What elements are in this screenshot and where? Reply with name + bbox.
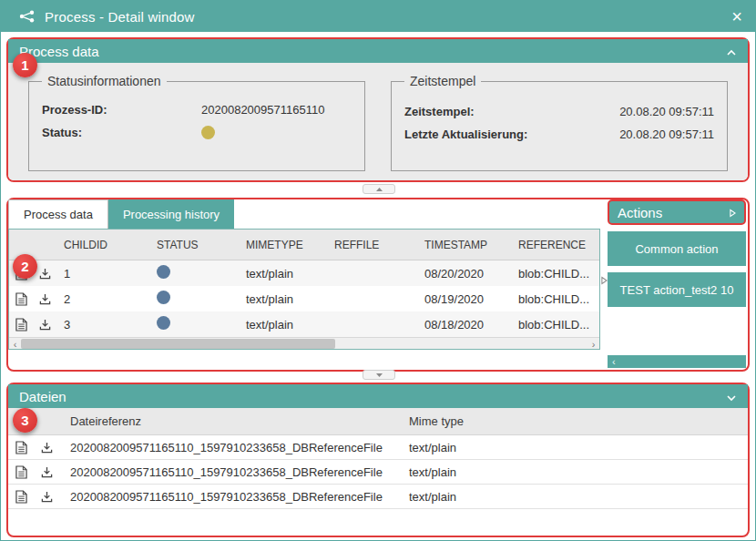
zeitstempel-value: 20.08.20 09:57:11: [619, 105, 714, 118]
tab-process-data[interactable]: Process data: [8, 199, 108, 229]
actions-panel-header[interactable]: Actions: [608, 199, 746, 225]
download-icon[interactable]: [34, 491, 59, 503]
process-data-panel-header[interactable]: Process data: [8, 39, 748, 63]
download-icon[interactable]: [34, 442, 59, 454]
cell-mimetype: text/plain: [239, 267, 327, 281]
status-indicator-yellow: [201, 126, 215, 139]
file-mime-type: text/plain: [398, 465, 748, 479]
file-mime-type: text/plain: [398, 490, 748, 504]
tab-bar: Process data Processing history: [8, 199, 234, 229]
cell-mimetype: text/plain: [239, 318, 327, 332]
child-table-row[interactable]: 3 text/plain 08/18/2020 blob:CHILD...: [9, 311, 599, 337]
status-indicator-blue: [157, 316, 170, 330]
files-table-header: Dateireferenz Mime type: [8, 408, 748, 435]
tab-processing-history[interactable]: Processing history: [108, 199, 234, 229]
col-childid: CHILDID: [56, 239, 149, 251]
letzte-aktualisierung-label: Letzte Aktualisierung:: [404, 128, 527, 141]
cell-childid: 2: [56, 292, 149, 306]
actions-panel: Actions Common action TEST action_test2 …: [608, 199, 746, 368]
cell-timestamp: 08/19/2020: [417, 292, 511, 306]
cell-status: [149, 291, 239, 307]
file-reference: 2020082009571165110_1597910233658_DBRefe…: [59, 490, 398, 504]
child-table: CHILDID STATUS MIMETYPE REFFILE TIMESTAM…: [8, 229, 600, 350]
col-mimetype: MIMETYPE: [239, 239, 327, 251]
col-reffile: REFFILE: [327, 239, 417, 251]
document-icon[interactable]: [8, 465, 34, 479]
cell-timestamp: 08/18/2020: [417, 318, 511, 332]
test-action-button[interactable]: TEST action_test2 10: [608, 272, 746, 307]
col-dateireferenz: Dateireferenz: [59, 414, 398, 428]
annotation-badge-2: 2: [13, 254, 37, 279]
status-info-fieldset: Statusinformationen Prozess-ID: 20200820…: [28, 74, 365, 171]
actions-panel-title: Actions: [618, 205, 662, 220]
process-icon: [19, 10, 36, 23]
common-action-button[interactable]: Common action: [608, 231, 746, 266]
zeitstempel-label: Zeitstempel:: [404, 105, 475, 118]
file-mime-type: text/plain: [398, 441, 748, 454]
letzte-aktualisierung-value: 20.08.20 09:57:11: [619, 128, 714, 141]
cell-timestamp: 08/20/2020: [417, 267, 511, 281]
prozess-id-value: 2020082009571165110: [201, 103, 352, 117]
file-reference: 2020082009571165110_1597910233658_DBRefe…: [59, 465, 398, 479]
file-row[interactable]: 2020082009571165110_1597910233658_DBRefe…: [8, 485, 748, 509]
collapse-up-icon[interactable]: [726, 44, 737, 59]
col-reference: REFERENCE: [511, 239, 599, 251]
process-data-panel-body: Statusinformationen Prozess-ID: 20200820…: [8, 63, 748, 180]
cell-reference: blob:CHILD...: [511, 318, 599, 332]
cell-status: [149, 265, 239, 281]
files-panel-header[interactable]: Dateien: [8, 384, 748, 408]
file-reference: 2020082009571165110_1597910233658_DBRefe…: [59, 441, 398, 454]
splitter-collapse-up-handle[interactable]: [363, 184, 395, 194]
window-title: Process - Detail window: [45, 9, 195, 25]
file-row[interactable]: 2020082009571165110_1597910233658_DBRefe…: [8, 435, 748, 460]
cell-reference: blob:CHILD...: [511, 267, 599, 281]
download-icon[interactable]: [33, 293, 56, 305]
status-indicator-blue: [157, 291, 170, 304]
cell-mimetype: text/plain: [239, 292, 327, 306]
status-info-legend: Statusinformationen: [42, 74, 167, 88]
cell-status: [149, 316, 239, 332]
child-table-row[interactable]: 2 text/plain 08/19/2020 blob:CHILD...: [9, 286, 599, 311]
download-icon[interactable]: [34, 466, 59, 478]
splitter-collapse-down-handle[interactable]: [363, 370, 395, 380]
timestamp-legend: Zeitstempel: [404, 74, 481, 88]
document-icon[interactable]: [9, 292, 33, 306]
cell-childid: 1: [56, 267, 149, 281]
cell-childid: 3: [56, 318, 149, 332]
horizontal-scrollbar[interactable]: ‹ ›: [9, 337, 599, 349]
close-icon[interactable]: ×: [731, 7, 742, 26]
status-indicator-blue: [157, 265, 170, 279]
prozess-id-label: Prozess-ID:: [42, 103, 201, 117]
child-data-section: Process data Processing history CHILDID …: [6, 198, 750, 372]
document-icon[interactable]: [9, 318, 33, 332]
status-label: Status:: [42, 126, 201, 139]
child-table-row[interactable]: 1 text/plain 08/20/2020 blob:CHILD...: [9, 260, 599, 286]
annotation-badge-1: 1: [13, 53, 37, 77]
collapse-down-icon[interactable]: [726, 389, 737, 404]
files-panel: Dateien Dateireferenz Mime type 20200820…: [6, 383, 750, 537]
process-detail-window: Process - Detail window × Process data S…: [0, 0, 756, 541]
scrollbar-thumb[interactable]: [21, 339, 335, 349]
document-icon[interactable]: [8, 441, 34, 454]
scroll-left-icon[interactable]: ‹: [612, 356, 616, 367]
col-timestamp: TIMESTAMP: [417, 239, 511, 251]
cell-reference: blob:CHILD...: [511, 292, 599, 306]
document-icon[interactable]: [8, 490, 34, 504]
col-mime-type: Mime type: [398, 414, 748, 428]
child-table-header: CHILDID STATUS MIMETYPE REFFILE TIMESTAM…: [9, 230, 599, 260]
annotation-badge-3: 3: [13, 408, 37, 433]
timestamp-fieldset: Zeitstempel Zeitstempel: 20.08.20 09:57:…: [391, 74, 728, 171]
file-row[interactable]: 2020082009571165110_1597910233658_DBRefe…: [8, 460, 748, 485]
download-icon[interactable]: [33, 319, 56, 331]
triangle-right-icon[interactable]: [730, 205, 736, 220]
actions-scrollbar[interactable]: ‹: [608, 355, 746, 368]
col-status: STATUS: [149, 239, 239, 251]
scroll-left-icon[interactable]: ‹: [9, 338, 21, 350]
scroll-right-icon[interactable]: ›: [587, 338, 599, 350]
process-data-panel: Process data Statusinformationen Prozess…: [6, 37, 750, 182]
files-panel-title: Dateien: [19, 389, 66, 404]
window-titlebar: Process - Detail window ×: [1, 1, 755, 32]
actions-panel-expander-icon[interactable]: [601, 272, 608, 289]
